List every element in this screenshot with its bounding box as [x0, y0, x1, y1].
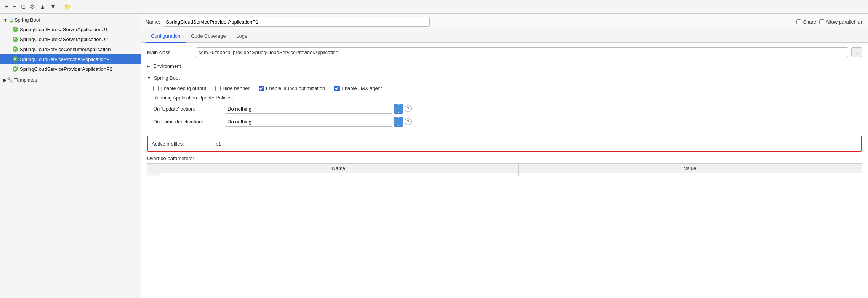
on-frame-label: On frame deactivation: — [153, 119, 222, 125]
tab-logs[interactable]: Logs — [231, 30, 252, 43]
sidebar-item-label-2: SpringCloudServiceConsumerApplication — [20, 46, 111, 52]
environment-label: Environment — [153, 63, 181, 69]
environment-section-header[interactable]: ▶ Environment — [147, 61, 862, 71]
tab-code-coverage[interactable]: Code Coverage — [186, 30, 231, 43]
launch-opt-label: Enable launch optimization — [266, 85, 325, 91]
folder-button[interactable]: 📁 — [62, 2, 73, 11]
checkbox-launch-opt[interactable]: Enable launch optimization — [259, 85, 325, 91]
springboot-section-chevron-icon: ▼ — [147, 76, 151, 80]
springboot-section-header[interactable]: ▼ Spring Boot — [147, 73, 862, 83]
override-col-num — [147, 164, 159, 173]
copy-button[interactable]: ⧉ — [19, 3, 27, 11]
override-label: Override parameters: — [147, 155, 862, 161]
sidebar: ▼ 🍃 Spring Boot ⟳ SpringCloudEurekaServe… — [0, 14, 141, 298]
on-frame-help-icon[interactable]: ? — [405, 118, 412, 125]
override-row-num — [147, 173, 159, 176]
config-content: Main class: com.xuzhaocai.provider.Sprin… — [141, 43, 868, 298]
override-table-header-row: Name Value — [147, 164, 862, 173]
sidebar-item-label-4: SpringCloudServiceProviderApplicationP2 — [20, 66, 112, 72]
active-profiles-label: Active profiles: — [152, 141, 213, 147]
override-table-row-empty — [147, 173, 862, 176]
sidebar-group-templates[interactable]: ▶ 🔧 Templates — [0, 75, 141, 84]
remove-button[interactable]: − — [11, 3, 18, 11]
on-update-select[interactable]: Do nothing — [225, 104, 392, 114]
main-class-row: Main class: com.xuzhaocai.provider.Sprin… — [147, 47, 862, 57]
sort-button[interactable]: ↕ — [75, 3, 81, 11]
up-button[interactable]: ▲ — [38, 3, 47, 11]
sidebar-group-templates-label: Templates — [14, 77, 37, 83]
main-class-value: com.xuzhaocai.provider.SpringCloudServic… — [196, 47, 848, 57]
on-frame-row: On frame deactivation: Do nothing ⌃⌄ ? — [153, 117, 862, 127]
on-update-label: On 'Update' action: — [153, 106, 222, 112]
sidebar-item-2[interactable]: ⟳ SpringCloudServiceConsumerApplication — [0, 44, 141, 54]
on-update-help-icon[interactable]: ? — [405, 105, 412, 112]
springboot-folder-icon: 🍃 — [8, 17, 14, 23]
on-update-chevron-button[interactable]: ⌃⌄ — [394, 104, 403, 114]
environment-chevron-icon: ▶ — [147, 64, 150, 68]
sidebar-item-label-1: SpringCloudEurekaServerApplicationU2 — [20, 37, 108, 42]
share-checkbox-label[interactable]: Share — [796, 19, 816, 25]
springboot-section-label: Spring Boot — [154, 75, 180, 81]
sidebar-item-1[interactable]: ⟳ SpringCloudEurekaServerApplicationU2 — [0, 34, 141, 44]
sidebar-item-0[interactable]: ⟳ SpringCloudEurekaServerApplicationU1 — [0, 24, 141, 34]
debug-output-label: Enable debug output — [160, 85, 206, 91]
override-col-value: Value — [519, 164, 862, 173]
add-button[interactable]: + — [3, 3, 10, 11]
templates-chevron-icon: ▶ — [3, 77, 7, 83]
sidebar-item-label-0: SpringCloudEurekaServerApplicationU1 — [20, 27, 108, 32]
sb-icon-0: ⟳ — [12, 26, 18, 32]
sidebar-tree: ▼ 🍃 Spring Boot ⟳ SpringCloudEurekaServe… — [0, 14, 141, 86]
jmx-agent-label: Enable JMX agent — [341, 85, 382, 91]
sb-icon-2: ⟳ — [12, 46, 18, 52]
sidebar-group-springboot[interactable]: ▼ 🍃 Spring Boot — [0, 15, 141, 24]
on-update-select-wrapper: Do nothing ⌃⌄ ? — [225, 104, 412, 114]
share-label: Share — [803, 19, 816, 25]
springboot-chevron-icon: ▼ — [3, 17, 8, 23]
debug-output-checkbox[interactable] — [153, 86, 159, 91]
sidebar-item-4[interactable]: ⟳ SpringCloudServiceProviderApplicationP… — [0, 64, 141, 74]
name-input[interactable] — [163, 17, 430, 27]
checkbox-debug-output[interactable]: Enable debug output — [153, 85, 206, 91]
on-frame-chevron-button[interactable]: ⌃⌄ — [394, 117, 403, 127]
right-panel: Name: Share Allow parallel run Configura… — [141, 14, 868, 298]
allow-parallel-checkbox[interactable] — [819, 19, 824, 24]
sidebar-item-3[interactable]: ⟳ SpringCloudServiceProviderApplicationP… — [0, 54, 141, 64]
checkbox-hide-banner[interactable]: Hide banner — [215, 85, 250, 91]
policies-label: Running Application Update Policies — [153, 95, 862, 101]
checkbox-jmx-agent[interactable]: Enable JMX agent — [334, 85, 382, 91]
jmx-agent-checkbox[interactable] — [334, 86, 340, 91]
main-layout: ▼ 🍃 Spring Boot ⟳ SpringCloudEurekaServe… — [0, 14, 868, 298]
override-row-value-cell — [519, 173, 862, 176]
templates-icon: 🔧 — [7, 77, 13, 83]
override-table: Name Value — [147, 163, 862, 176]
on-update-row: On 'Update' action: Do nothing ⌃⌄ ? — [153, 104, 862, 114]
tabs-bar: Configuration Code Coverage Logs — [141, 30, 868, 43]
sidebar-item-label-3: SpringCloudServiceProviderApplicationP1 — [20, 56, 112, 62]
main-class-label: Main class: — [147, 50, 193, 55]
name-bar: Name: Share Allow parallel run — [141, 14, 868, 30]
toolbar-separator — [60, 3, 60, 11]
name-right: Share Allow parallel run — [796, 19, 863, 25]
toolbar: + − ⧉ ⚙ ▲ ▼ 📁 ↕ — [0, 0, 868, 14]
active-profiles-input[interactable] — [216, 139, 338, 149]
on-frame-select[interactable]: Do nothing — [225, 117, 392, 127]
launch-opt-checkbox[interactable] — [259, 86, 264, 91]
hide-banner-checkbox[interactable] — [215, 86, 221, 91]
override-row-name-cell — [159, 173, 519, 176]
allow-parallel-checkbox-label[interactable]: Allow parallel run — [819, 19, 863, 25]
active-profiles-row: Active profiles: — [147, 136, 862, 152]
hide-banner-label: Hide banner — [223, 85, 250, 91]
on-frame-select-wrapper: Do nothing ⌃⌄ ? — [225, 117, 412, 127]
main-class-browse-button[interactable]: ... — [851, 47, 862, 57]
name-label: Name: — [146, 19, 160, 25]
sb-icon-3: ⟳ — [12, 56, 18, 62]
down-button[interactable]: ▼ — [49, 3, 58, 11]
override-col-name: Name — [159, 164, 519, 173]
checkboxes-row: Enable debug output Hide banner Enable l… — [153, 85, 862, 91]
share-checkbox[interactable] — [796, 19, 801, 24]
sb-icon-1: ⟳ — [12, 36, 18, 42]
sidebar-group-springboot-label: Spring Boot — [14, 17, 40, 23]
settings-button[interactable]: ⚙ — [28, 2, 37, 11]
springboot-section-content: Enable debug output Hide banner Enable l… — [147, 83, 862, 132]
tab-configuration[interactable]: Configuration — [146, 30, 186, 43]
